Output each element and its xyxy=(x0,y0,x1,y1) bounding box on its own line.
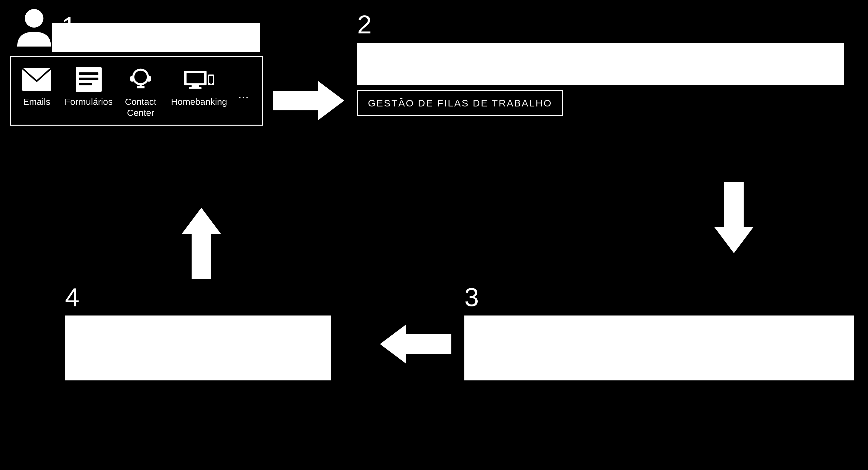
svg-rect-12 xyxy=(187,73,204,83)
step2-number: 2 xyxy=(357,10,844,40)
channel-formularios: Formulários xyxy=(69,66,108,107)
diagram-container: 1 Emails Formulários xyxy=(0,0,868,470)
formularios-icon xyxy=(72,66,105,93)
step2-queue-label: GESTÃO DE FILAS DE TRABALHO xyxy=(368,98,552,108)
step4-number: 4 xyxy=(65,282,331,312)
arrow-left-step3-step4 xyxy=(344,324,452,365)
channel-formularios-label: Formulários xyxy=(65,96,113,107)
channel-emails: Emails xyxy=(17,66,56,107)
step3-content-bar xyxy=(464,315,854,380)
svg-marker-21 xyxy=(182,208,221,279)
channel-emails-label: Emails xyxy=(23,96,50,107)
step4-content-bar xyxy=(65,315,331,380)
arrow-up-step4-step1 xyxy=(182,208,221,280)
more-channels-dots: ... xyxy=(238,84,249,101)
channel-contact-center: ContactCenter xyxy=(121,66,160,118)
svg-marker-19 xyxy=(714,182,753,253)
svg-point-0 xyxy=(25,9,43,28)
step1-title-bar xyxy=(52,23,260,52)
svg-marker-20 xyxy=(380,324,452,364)
channel-homebanking: Homebanking xyxy=(173,66,225,107)
step4-block: 4 xyxy=(65,282,331,380)
svg-rect-8 xyxy=(147,76,151,82)
svg-rect-13 xyxy=(192,85,199,87)
step1-block: 1 Emails Formulários xyxy=(10,10,263,126)
svg-rect-7 xyxy=(130,76,134,82)
homebanking-icon xyxy=(183,66,215,93)
step3-number: 3 xyxy=(464,282,854,312)
svg-marker-18 xyxy=(273,81,344,120)
svg-rect-16 xyxy=(209,76,213,83)
svg-point-6 xyxy=(133,70,148,84)
step2-block: 2 GESTÃO DE FILAS DE TRABALHO xyxy=(357,10,844,116)
channel-homebanking-label: Homebanking xyxy=(171,96,227,107)
step2-title-bar xyxy=(357,43,844,85)
arrow-down-step2-step3 xyxy=(714,182,753,254)
channel-contact-center-label: ContactCenter xyxy=(125,96,157,118)
email-icon xyxy=(21,66,53,93)
step2-queue-label-box: GESTÃO DE FILAS DE TRABALHO xyxy=(357,90,563,116)
svg-rect-14 xyxy=(189,87,202,89)
svg-rect-4 xyxy=(79,77,98,80)
svg-rect-5 xyxy=(79,83,92,85)
step3-block: 3 xyxy=(464,282,854,380)
contact-center-icon xyxy=(124,66,157,93)
svg-rect-3 xyxy=(79,72,98,75)
person-icon xyxy=(13,6,55,49)
channel-box: Emails Formulários xyxy=(10,56,263,126)
arrow-right-step1-step2 xyxy=(273,81,344,121)
svg-point-17 xyxy=(210,83,212,85)
